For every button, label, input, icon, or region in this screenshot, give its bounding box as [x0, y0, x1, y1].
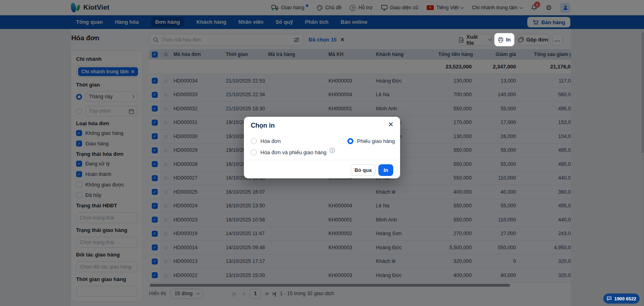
- kiotviet-app: KiotViet Giao hàng Chủ đề ? Hỗ trợ Giao …: [0, 0, 644, 306]
- info-icon[interactable]: i: [330, 148, 335, 153]
- option-label: Hóa đơn: [260, 138, 281, 144]
- close-icon[interactable]: ✕: [388, 120, 394, 129]
- option-label: Phiếu giao hàng: [357, 138, 395, 144]
- chat-icon: [607, 296, 612, 301]
- support-phone-label: 1900 6522: [614, 296, 636, 301]
- radio-unselected-icon[interactable]: [251, 149, 257, 155]
- confirm-print-button[interactable]: In: [378, 164, 393, 176]
- support-hotline-button[interactable]: 1900 6522: [603, 294, 640, 304]
- option-delivery-slip[interactable]: Phiếu giao hàng: [347, 138, 395, 144]
- dialog-divider: [244, 160, 400, 160]
- dialog-title: Chọn in: [251, 122, 275, 129]
- radio-unselected-icon[interactable]: [251, 138, 257, 144]
- printer-icon: [498, 37, 504, 43]
- print-button-label: In: [506, 37, 511, 43]
- option-label: Hóa đơn và phiếu giao hàng: [260, 149, 326, 155]
- radio-selected-icon[interactable]: [347, 138, 353, 144]
- skip-button[interactable]: Bỏ qua: [351, 164, 376, 176]
- print-dialog: Chọn in ✕ Hóa đơn Phiếu giao hàng Hóa đơ…: [244, 117, 400, 178]
- option-invoice[interactable]: Hóa đơn: [251, 138, 281, 144]
- print-button[interactable]: In: [494, 33, 514, 46]
- option-invoice-and-slip[interactable]: Hóa đơn và phiếu giao hàng i: [251, 149, 335, 155]
